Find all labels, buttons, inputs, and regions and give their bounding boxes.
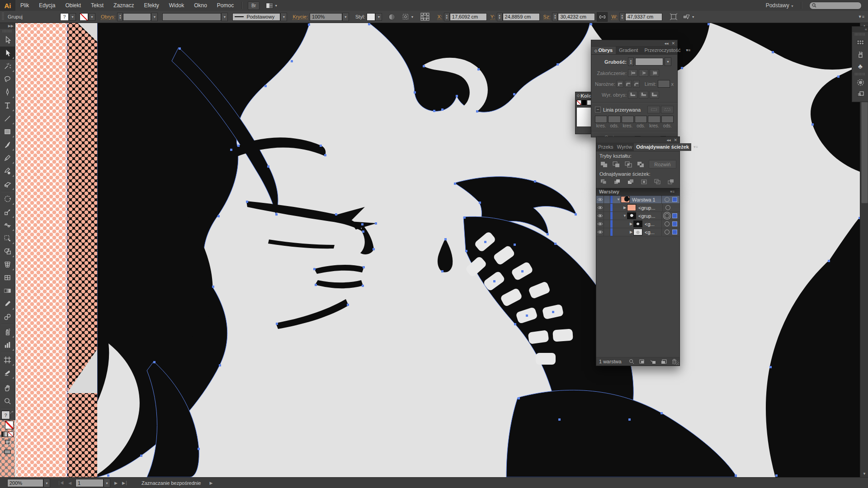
expand-button[interactable]: Rozwiń bbox=[649, 160, 677, 169]
x-value[interactable]: 17,6092 cm bbox=[450, 13, 487, 21]
layer-row-subgroup-1[interactable]: ▶ <g... bbox=[596, 220, 679, 228]
pathfinder-crop[interactable] bbox=[640, 178, 649, 186]
lock-toggle[interactable] bbox=[604, 228, 610, 236]
bridge-button[interactable]: Br bbox=[248, 1, 259, 10]
new-layer-icon[interactable] bbox=[661, 359, 667, 364]
status-options-arrow[interactable]: ▶ bbox=[207, 481, 215, 485]
stroke-proxy[interactable] bbox=[5, 421, 14, 429]
tool-width[interactable] bbox=[0, 219, 15, 232]
layer-name[interactable]: <grup... bbox=[638, 205, 656, 211]
expand-triangle[interactable]: ▶ bbox=[629, 222, 633, 226]
expand-triangle[interactable]: ▼ bbox=[616, 197, 621, 202]
workspace-switcher[interactable]: Podstawy ▼ bbox=[766, 2, 794, 9]
x-label[interactable]: X: bbox=[437, 14, 442, 20]
menu-efekty[interactable]: Efekty bbox=[139, 0, 164, 11]
panel-collapse-icon[interactable]: ◂◂ bbox=[666, 138, 670, 142]
shape-mode-exclude[interactable] bbox=[636, 160, 646, 169]
layer-thumbnail[interactable] bbox=[627, 204, 636, 211]
color-black-swatch[interactable] bbox=[582, 100, 587, 105]
brush-dropdown[interactable]: ▼ bbox=[280, 13, 287, 21]
selection-indicator[interactable] bbox=[672, 197, 677, 202]
align-grid-icon[interactable] bbox=[420, 13, 429, 21]
visibility-toggle[interactable] bbox=[596, 196, 604, 203]
zoom-dropdown[interactable]: ▼ bbox=[43, 479, 50, 488]
weight-value[interactable] bbox=[635, 58, 663, 66]
height-value[interactable]: 47,9337 cm bbox=[625, 13, 662, 21]
artboards-panel-icon[interactable] bbox=[852, 88, 868, 100]
y-stepper[interactable]: ▲▼ bbox=[497, 13, 503, 21]
weight-stepper[interactable]: ▲▼ bbox=[628, 57, 634, 66]
layer-row-group-2[interactable]: ▼ <grup... bbox=[596, 212, 679, 220]
variable-width-profile[interactable] bbox=[162, 13, 221, 21]
style-swatch[interactable] bbox=[367, 13, 375, 21]
height-stepper[interactable]: ▲▼ bbox=[619, 13, 625, 21]
dash-value-2[interactable] bbox=[648, 116, 660, 123]
artboard-dropdown[interactable]: ▼ bbox=[104, 479, 110, 488]
limit-value[interactable] bbox=[658, 80, 670, 88]
layer-name[interactable]: <g... bbox=[645, 221, 655, 227]
recolor-artwork-icon[interactable]: ▼ bbox=[402, 13, 414, 20]
swatches-panel-icon[interactable] bbox=[852, 37, 868, 48]
cap-round-button[interactable] bbox=[639, 69, 648, 77]
shape-mode-minus-front[interactable] bbox=[612, 160, 621, 169]
document-setup-icon[interactable] bbox=[388, 14, 395, 20]
toolbar-collapse-button[interactable]: ▶▶ bbox=[0, 23, 15, 29]
menu-zaznacz[interactable]: Zaznacz bbox=[108, 0, 139, 11]
tool-line-segment[interactable] bbox=[0, 112, 15, 125]
layer-row-warstwa-1[interactable]: ▼ Warstwa 1 bbox=[596, 196, 679, 204]
layer-thumbnail[interactable] bbox=[633, 229, 642, 235]
tool-blob-brush[interactable] bbox=[0, 164, 15, 178]
dock-expand-button[interactable]: « bbox=[852, 27, 868, 32]
tool-paintbrush[interactable] bbox=[0, 138, 15, 151]
controlbar-panel-menu-icon[interactable]: ▼≡ bbox=[858, 14, 864, 19]
tab-obrys[interactable]: ◇ Obrys bbox=[591, 47, 616, 54]
tool-eraser[interactable] bbox=[0, 178, 15, 191]
menu-plik[interactable]: Plik bbox=[15, 0, 34, 11]
tool-zoom[interactable] bbox=[0, 394, 15, 408]
menu-widok[interactable]: Widok bbox=[164, 0, 189, 11]
tool-gradient[interactable] bbox=[0, 284, 15, 297]
dash-value-0[interactable] bbox=[595, 116, 607, 123]
app-logo[interactable]: Ai bbox=[0, 0, 15, 11]
lock-toggle[interactable] bbox=[604, 212, 610, 220]
panel-collapse-icon[interactable]: ◂◂ bbox=[664, 41, 668, 46]
stroke-weight-label[interactable]: Obrys: bbox=[101, 14, 115, 20]
stroke-weight-value[interactable] bbox=[123, 13, 151, 21]
lock-toggle[interactable] bbox=[604, 220, 610, 228]
layer-thumbnail[interactable] bbox=[627, 212, 636, 219]
opacity-label[interactable]: Krycie: bbox=[292, 14, 308, 20]
align-center-button[interactable] bbox=[628, 91, 637, 99]
visibility-toggle[interactable] bbox=[596, 212, 604, 220]
tool-pen[interactable] bbox=[0, 86, 15, 99]
dash-preserve-button[interactable] bbox=[647, 106, 660, 113]
width-value[interactable]: 30,4232 cm bbox=[558, 13, 595, 21]
pathfinder-divide[interactable] bbox=[599, 178, 609, 186]
panel-resize-grip[interactable] bbox=[675, 361, 679, 365]
stroke-dropdown[interactable]: ▼ bbox=[89, 13, 95, 21]
tool-direct-selection[interactable] bbox=[0, 47, 15, 60]
opacity-dropdown[interactable]: ▼ bbox=[342, 13, 349, 21]
width-stepper[interactable]: ▲▼ bbox=[552, 13, 558, 21]
height-label[interactable]: W: bbox=[611, 14, 617, 20]
lock-toggle[interactable] bbox=[604, 196, 610, 203]
tool-slice[interactable] bbox=[0, 366, 15, 380]
tool-pencil[interactable] bbox=[0, 151, 15, 164]
gap-value-0[interactable] bbox=[608, 116, 620, 123]
swap-fill-stroke-icon[interactable] bbox=[9, 411, 14, 415]
none-button[interactable] bbox=[8, 432, 14, 437]
screen-mode-button[interactable] bbox=[0, 447, 15, 456]
fill-stroke-indicator[interactable]: ? bbox=[1, 411, 14, 430]
tool-rectangle[interactable] bbox=[0, 125, 15, 138]
tool-scale[interactable] bbox=[0, 206, 15, 219]
layer-row-group-1[interactable]: ▶ <grup... bbox=[596, 204, 679, 212]
tool-column-graph[interactable] bbox=[0, 338, 15, 352]
dashed-line-checkbox[interactable]: – bbox=[595, 107, 601, 113]
selection-indicator[interactable] bbox=[672, 230, 677, 235]
color-none-swatch[interactable] bbox=[576, 100, 581, 105]
stroke-options-panel-icon[interactable] bbox=[852, 76, 868, 88]
menu-okno[interactable]: Okno bbox=[189, 0, 212, 11]
menu-edycja[interactable]: Edycja bbox=[34, 0, 60, 11]
constrain-proportions-link-icon[interactable] bbox=[597, 12, 608, 22]
canvas-area[interactable]: DOOOOR.com bbox=[15, 23, 860, 477]
tool-artboard[interactable] bbox=[0, 353, 15, 366]
